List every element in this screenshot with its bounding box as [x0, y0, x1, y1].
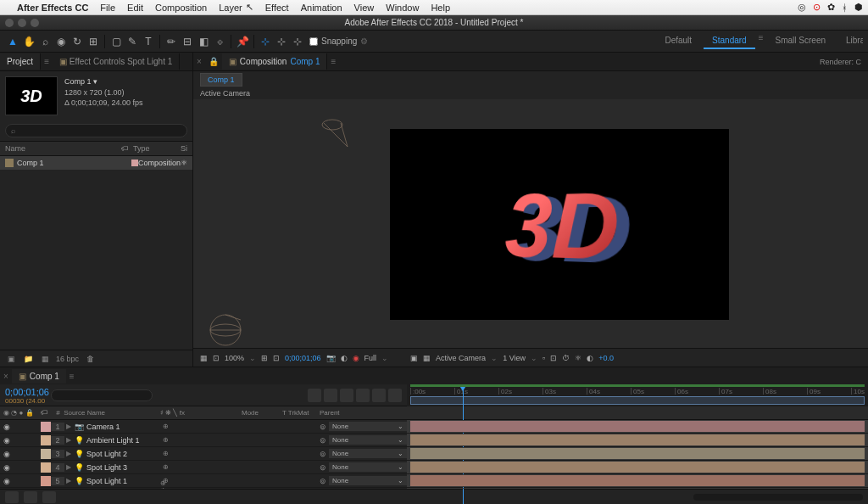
menu-edit[interactable]: Edit: [127, 3, 143, 13]
parent-dropdown[interactable]: None⌄: [329, 476, 407, 485]
menu-composition[interactable]: Composition: [155, 3, 207, 13]
magnification-icon[interactable]: ⊡: [213, 354, 220, 362]
visibility-toggle[interactable]: ◉: [3, 423, 12, 431]
fast-preview-icon[interactable]: ⊡: [273, 354, 280, 362]
layer-label-color[interactable]: [41, 422, 51, 432]
zoom-dropdown[interactable]: 100%: [225, 354, 244, 362]
bpc-toggle[interactable]: 16 bpc: [56, 355, 79, 363]
camera-tool[interactable]: ⊞: [86, 34, 101, 49]
expand-arrow[interactable]: ▶: [66, 450, 71, 457]
pickwhip-icon[interactable]: ⊚: [320, 477, 326, 485]
axis-view[interactable]: ⊹: [290, 34, 305, 49]
workspace-standard[interactable]: Standard: [704, 33, 755, 49]
menu-window[interactable]: Window: [386, 3, 419, 13]
viewport[interactable]: 3D 3D: [193, 99, 868, 348]
renderer-dropdown[interactable]: C: [856, 58, 862, 66]
menu-layer[interactable]: Layer: [219, 3, 242, 13]
layer-label-color[interactable]: [41, 449, 51, 459]
exposure-reset-icon[interactable]: ◐: [587, 354, 593, 362]
layer-switch[interactable]: ⊕: [160, 462, 170, 473]
frame-blend-button[interactable]: [356, 389, 370, 402]
composition-canvas[interactable]: 3D 3D: [390, 129, 729, 320]
timeline-search[interactable]: [51, 389, 153, 401]
panel-lock-icon[interactable]: ×: [193, 57, 205, 66]
layer-name[interactable]: Spot Light 3: [86, 463, 127, 472]
parent-dropdown[interactable]: None⌄: [329, 435, 407, 445]
timeline-layer-row[interactable]: ◉ 3 ▶💡Spot Light 2 ⊕ ⊚None⌄: [0, 447, 868, 461]
timecode-display[interactable]: 0;00;01;06 00030 (24.00 fps): [0, 384, 51, 406]
tab-composition[interactable]: ▣ Composition Comp 1: [222, 53, 328, 70]
col-trkmat[interactable]: T TrkMat: [282, 409, 320, 417]
draft-3d-button[interactable]: [324, 389, 337, 402]
bluetooth-icon[interactable]: ᚼ: [842, 3, 848, 13]
snapshot-icon[interactable]: 📷: [326, 354, 336, 362]
pickwhip-icon[interactable]: ⊚: [320, 436, 326, 445]
hide-shy-button[interactable]: [340, 389, 353, 402]
rotate-tool[interactable]: ↻: [70, 34, 85, 49]
col-mode[interactable]: Mode: [242, 409, 282, 417]
comp-flowchart-icon[interactable]: ⚛: [181, 159, 187, 167]
expand-arrow[interactable]: ▶: [66, 436, 71, 444]
camera-dropdown[interactable]: Active Camera: [436, 354, 486, 362]
col-label[interactable]: 🏷: [41, 409, 54, 417]
axis-world[interactable]: ⊹: [274, 34, 289, 49]
time-ruler[interactable]: :00s 01s 02s 03s 04s 05s 06s 07s 08s 09s…: [407, 384, 868, 406]
timecode-display[interactable]: 0;00;01;06: [285, 354, 321, 362]
timeline-icon[interactable]: ⏱: [562, 354, 570, 362]
col-source-name[interactable]: # Source Name: [54, 409, 160, 417]
parent-dropdown[interactable]: None⌄: [329, 449, 407, 458]
text-tool[interactable]: T: [141, 34, 156, 49]
project-row-comp1[interactable]: Comp 1 Composition ⚛: [0, 156, 192, 170]
exposure-value[interactable]: +0.0: [598, 354, 614, 362]
always-preview-icon[interactable]: ▦: [200, 354, 208, 362]
layer-duration-bar[interactable]: [410, 421, 865, 432]
layer-duration-bar[interactable]: [410, 475, 865, 486]
timeline-layer-row[interactable]: ◉ 4 ▶💡Spot Light 3 ⊕ ⊚None⌄: [0, 461, 868, 474]
workspace-default[interactable]: Default: [656, 33, 700, 49]
panel-menu-icon[interactable]: ≡: [327, 57, 339, 66]
delete-button[interactable]: 🗑: [84, 353, 96, 365]
timeline-tab-comp1[interactable]: ▣Comp 1: [12, 369, 66, 384]
channel-icon[interactable]: ◐: [341, 354, 348, 362]
layer-label-color[interactable]: [41, 462, 51, 473]
toggle-in-out-button[interactable]: [42, 491, 56, 503]
project-col-size[interactable]: Si: [181, 144, 187, 153]
col-switches[interactable]: ♯ ❋ ╲ fx: [160, 409, 242, 417]
layer-switch[interactable]: ⊕: [160, 449, 170, 459]
timeline-layer-row[interactable]: ◉ 1 ▶📷Camera 1 ⊕ ⊚None⌄: [0, 420, 868, 434]
pickwhip-icon[interactable]: ⊚: [320, 463, 326, 472]
workspace-libraries[interactable]: Libraries: [837, 33, 863, 49]
project-col-type[interactable]: Type: [133, 144, 181, 153]
parent-dropdown[interactable]: None⌄: [329, 422, 407, 431]
layer-duration-bar[interactable]: [410, 434, 865, 445]
layer-name[interactable]: Spot Light 1: [86, 477, 127, 485]
visibility-toggle[interactable]: ◉: [3, 463, 12, 472]
timeline-zoom-slider[interactable]: [693, 494, 863, 501]
pickwhip-icon[interactable]: ⊚: [320, 423, 326, 431]
eraser-tool[interactable]: ◧: [196, 34, 211, 49]
workspace-smallscreen[interactable]: Small Screen: [767, 33, 834, 49]
visibility-toggle[interactable]: ◉: [3, 436, 12, 445]
layer-duration-bar[interactable]: [410, 448, 865, 459]
layer-duration-bar[interactable]: [410, 462, 865, 473]
maximize-button[interactable]: [31, 19, 39, 27]
grid-icon[interactable]: ▦: [423, 354, 431, 362]
close-button[interactable]: [5, 19, 14, 27]
menu-animation[interactable]: Animation: [301, 3, 342, 13]
minimize-button[interactable]: [18, 19, 26, 27]
expand-arrow[interactable]: ▶: [66, 423, 71, 430]
project-search[interactable]: ⌕: [5, 124, 187, 137]
panel-menu-icon[interactable]: ≡: [66, 372, 78, 381]
comp-thumbnail[interactable]: 3D: [5, 76, 58, 115]
roto-tool[interactable]: ⟐: [212, 34, 227, 49]
visibility-toggle[interactable]: ◉: [3, 450, 12, 458]
layer-switch[interactable]: ⊕: [160, 422, 170, 432]
expand-arrow[interactable]: ▶: [66, 463, 71, 471]
comp-mini-flowchart[interactable]: [308, 389, 321, 402]
tab-project[interactable]: Project: [0, 53, 41, 70]
layer-label-color[interactable]: [41, 435, 51, 445]
toggle-modes-button[interactable]: [24, 491, 37, 503]
selection-tool[interactable]: ▲: [5, 34, 20, 49]
new-comp-button[interactable]: ▦: [39, 353, 51, 365]
col-av-features[interactable]: ◉ ◔ ● 🔒: [0, 409, 41, 417]
